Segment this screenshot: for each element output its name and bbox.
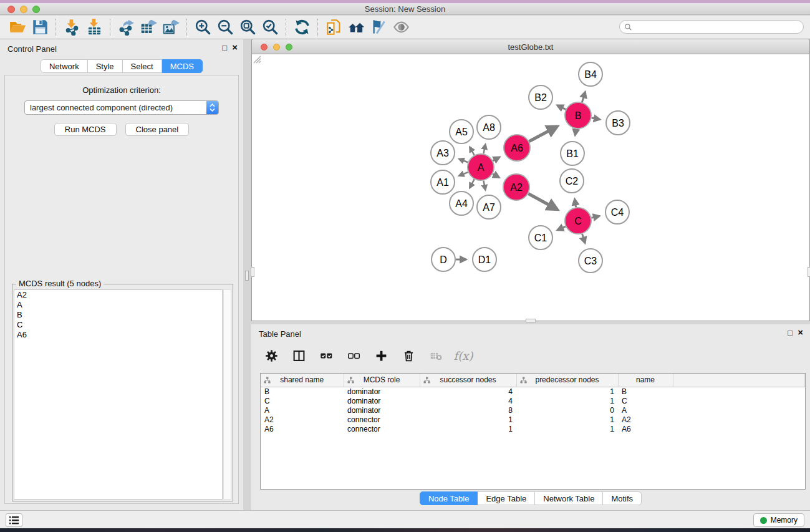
graph-edge-B-B1[interactable] [575, 129, 576, 135]
table-cell[interactable]: A2 [261, 415, 344, 424]
graph-edge-A2-C[interactable] [528, 194, 557, 210]
close-panel-icon[interactable]: × [798, 328, 803, 337]
task-history-button[interactable] [6, 513, 22, 527]
graph-node-B3[interactable]: B3 [606, 111, 630, 135]
tab-motifs[interactable]: Motifs [603, 491, 642, 505]
table-cell[interactable]: B [618, 387, 673, 396]
table-row[interactable]: Bdominator41B [261, 387, 805, 396]
tab-mcds[interactable]: MCDS [162, 59, 203, 73]
network-graph[interactable]: B4B2BB3A5A8A6B1A3AC2A1A2A4A7C4CC1DD1C3 [252, 54, 809, 320]
splitter-handle[interactable] [808, 267, 810, 277]
network-canvas[interactable]: B4B2BB3A5A8A6B1A3AC2A1A2A4A7C4CC1DD1C3 [251, 54, 810, 321]
table-cell[interactable]: 1 [420, 424, 516, 433]
graph-node-A2[interactable]: A2 [503, 174, 529, 200]
graph-node-D[interactable]: D [432, 248, 455, 271]
graph-node-A4[interactable]: A4 [450, 191, 473, 215]
import-network-button[interactable] [60, 17, 83, 37]
graph-edge-A-A8[interactable] [483, 144, 485, 153]
close-panel-icon[interactable]: × [232, 43, 238, 52]
zoom-fit-button[interactable] [236, 17, 259, 37]
table-cell[interactable]: dominator [344, 405, 420, 415]
graph-node-B2[interactable]: B2 [529, 85, 552, 109]
table-row[interactable]: Adominator80A [261, 405, 805, 415]
table-row[interactable]: Cdominator41C [261, 396, 805, 405]
search-input[interactable] [632, 22, 803, 31]
table-cell[interactable]: 1 [516, 387, 618, 396]
graph-edge-A-A3[interactable] [459, 159, 468, 162]
import-table-button[interactable] [83, 17, 105, 37]
graph-node-B4[interactable]: B4 [579, 62, 602, 86]
tab-edge-table[interactable]: Edge Table [478, 491, 535, 505]
graph-node-C1[interactable]: C1 [529, 226, 552, 249]
graph-node-C4[interactable]: C4 [605, 200, 629, 224]
annotation-flag-button[interactable] [367, 17, 390, 37]
copy-network-button[interactable] [322, 17, 345, 37]
column-header-name[interactable]: name [618, 374, 673, 387]
eye-button[interactable] [390, 17, 412, 37]
graph-edge-A6-B[interactable] [529, 127, 557, 142]
result-list-item[interactable]: A6 [14, 330, 222, 340]
tab-network-table[interactable]: Network Table [535, 491, 603, 505]
graph-edge-B-B4[interactable] [582, 92, 585, 102]
tab-node-table[interactable]: Node Table [420, 491, 478, 505]
graph-node-A7[interactable]: A7 [477, 195, 501, 219]
splitter-handle[interactable] [526, 319, 536, 322]
export-table-button[interactable] [137, 17, 160, 37]
graph-node-A3[interactable]: A3 [431, 141, 455, 165]
zoom-out-button[interactable] [214, 17, 236, 37]
table-cell[interactable]: dominator [344, 387, 420, 396]
table-cell[interactable]: connector [344, 415, 420, 424]
graph-edge-A-A1[interactable] [459, 172, 468, 176]
graph-node-A1[interactable]: A1 [431, 170, 455, 194]
run-mcds-button[interactable]: Run MCDS [54, 123, 117, 136]
graph-edge-A-A5[interactable] [470, 147, 474, 155]
graph-node-C3[interactable]: C3 [579, 249, 602, 273]
table-cell[interactable]: connector [344, 424, 420, 433]
table-cell[interactable]: 1 [516, 396, 618, 405]
table-cell[interactable]: 4 [420, 387, 516, 396]
function-builder-button[interactable]: f(x) [455, 347, 472, 364]
splitter-handle[interactable] [245, 271, 249, 281]
criterion-select[interactable]: largest connected component (directed) [24, 100, 219, 115]
table-cell[interactable]: dominator [344, 396, 420, 405]
table-cell[interactable]: A6 [618, 424, 673, 433]
table-cell[interactable]: C [261, 396, 344, 405]
memory-button[interactable]: Memory [753, 513, 804, 527]
graph-node-A6[interactable]: A6 [504, 135, 530, 161]
table-cell[interactable]: 4 [420, 396, 516, 405]
result-list-scrollbar[interactable] [223, 289, 231, 500]
result-list-item[interactable]: B [14, 310, 222, 320]
resize-grip-icon[interactable] [252, 54, 261, 64]
graph-edge-B-B3[interactable] [592, 118, 600, 119]
delete-table-button[interactable] [427, 347, 445, 364]
graph-edge-C-C1[interactable] [557, 226, 566, 230]
table-cell[interactable]: A [261, 405, 344, 415]
result-list-item[interactable]: C [14, 320, 222, 330]
zoom-in-button[interactable] [191, 17, 214, 37]
export-network-button[interactable] [115, 17, 137, 37]
splitter-handle[interactable] [251, 267, 254, 277]
table-cell[interactable]: 1 [516, 424, 618, 433]
tab-select[interactable]: Select [123, 59, 162, 73]
table-cell[interactable]: A2 [618, 415, 673, 424]
graph-node-B1[interactable]: B1 [561, 142, 584, 165]
refresh-button[interactable] [291, 17, 313, 37]
show-columns-button[interactable] [290, 347, 307, 364]
graph-edge-A-A7[interactable] [483, 181, 485, 190]
table-row[interactable]: A6connector11A6 [261, 424, 805, 433]
table-cell[interactable]: A6 [261, 424, 344, 433]
open-session-button[interactable] [6, 17, 29, 37]
float-panel-icon[interactable]: □ [222, 44, 227, 52]
table-settings-button[interactable] [263, 347, 280, 364]
graph-node-A5[interactable]: A5 [450, 120, 473, 143]
mcds-result-list[interactable]: A2ABCA6 [14, 289, 223, 500]
table-cell[interactable]: A [618, 405, 673, 415]
graph-edge-C-C4[interactable] [591, 216, 599, 218]
graph-node-A8[interactable]: A8 [477, 115, 501, 139]
tab-style[interactable]: Style [88, 59, 123, 73]
close-panel-button[interactable]: Close panel [125, 123, 190, 136]
homes-button[interactable] [345, 17, 367, 37]
graph-edge-A-A2[interactable] [493, 174, 499, 178]
result-list-item[interactable]: A2 [14, 290, 222, 300]
tab-network[interactable]: Network [41, 59, 88, 73]
